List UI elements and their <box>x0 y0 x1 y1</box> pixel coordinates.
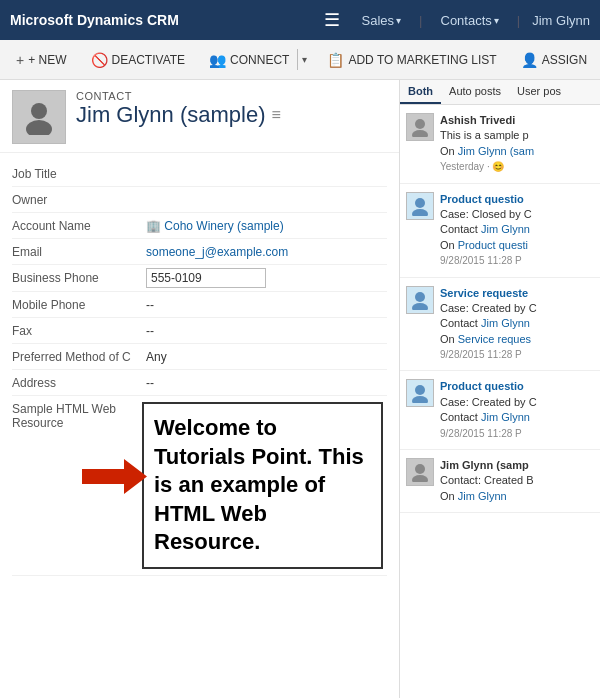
red-arrow-icon <box>82 459 147 494</box>
svg-point-3 <box>415 119 425 129</box>
contact-name: Jim Glynn (sample) ≡ <box>76 102 387 128</box>
activity-text-4: Product questio Case: Created by C Conta… <box>440 379 537 441</box>
field-label-accountname: Account Name <box>12 216 142 236</box>
menu-icon[interactable]: ☰ <box>318 9 346 31</box>
connect-button[interactable]: 👥 CONNECT <box>201 47 297 73</box>
businessphone-input[interactable] <box>146 268 266 288</box>
top-nav: Microsoft Dynamics CRM ☰ Sales ▾ | Conta… <box>0 0 600 40</box>
svg-point-7 <box>415 292 425 302</box>
field-value-owner <box>142 197 387 203</box>
activity-case-icon-2 <box>410 196 430 216</box>
field-value-businessphone <box>142 265 387 291</box>
nav-contacts-label: Contacts <box>441 13 492 28</box>
field-value-fax: -- <box>142 321 387 341</box>
field-row-accountname: Account Name 🏢 Coho Winery (sample) <box>12 213 387 239</box>
field-label-businessphone: Business Phone <box>12 268 142 288</box>
field-label-owner: Owner <box>12 190 142 210</box>
activity-product-icon-4 <box>410 383 430 403</box>
activity-item-5: Jim Glynn (samp Contact: Created B On Ji… <box>400 450 600 513</box>
activity-person-icon-5 <box>410 462 430 482</box>
field-value-jobtitle <box>142 171 387 177</box>
html-resource-text: Welcome to Tutorials Point. This is an e… <box>154 414 371 557</box>
field-label-mobilephone: Mobile Phone <box>12 295 142 315</box>
field-label-address: Address <box>12 373 142 393</box>
avatar-silhouette <box>21 99 57 135</box>
activity-service-icon-3 <box>410 290 430 310</box>
svg-point-0 <box>31 103 47 119</box>
marketing-icon: 📋 <box>327 52 344 68</box>
contact-type-label: CONTACT <box>76 90 387 102</box>
field-row-mobilephone: Mobile Phone -- <box>12 292 387 318</box>
deactivate-label: DEACTIVATE <box>112 53 186 67</box>
field-row-owner: Owner <box>12 187 387 213</box>
content-area: CONTACT Jim Glynn (sample) ≡ Job Title O… <box>0 80 600 698</box>
field-label-prefmethod: Preferred Method of C <box>12 347 142 367</box>
field-label-jobtitle: Job Title <box>12 164 142 184</box>
activity-item-2: Product questio Case: Closed by C Contac… <box>400 184 600 278</box>
add-to-marketing-label: ADD TO MARKETING LIST <box>348 53 496 67</box>
field-value-mobilephone: -- <box>142 295 387 315</box>
activity-text-3: Service requeste Case: Created by C Cont… <box>440 286 537 363</box>
activity-avatar-2 <box>406 192 434 220</box>
activity-avatar-1 <box>406 113 434 141</box>
svg-point-1 <box>26 120 52 135</box>
activity-avatar-3 <box>406 286 434 314</box>
field-value-accountname[interactable]: 🏢 Coho Winery (sample) <box>142 216 387 236</box>
connect-dropdown[interactable]: 👥 CONNECT ▾ <box>201 47 311 73</box>
contact-info: CONTACT Jim Glynn (sample) ≡ <box>76 90 387 128</box>
nav-sales[interactable]: Sales ▾ <box>356 13 408 28</box>
deactivate-icon: 🚫 <box>91 52 108 68</box>
contact-name-text: Jim Glynn (sample) <box>76 102 265 128</box>
activity-avatar-4 <box>406 379 434 407</box>
svg-point-12 <box>412 475 428 482</box>
add-to-marketing-button[interactable]: 📋 ADD TO MARKETING LIST <box>319 47 504 73</box>
field-row-jobtitle: Job Title <box>12 161 387 187</box>
svg-marker-2 <box>82 459 147 494</box>
field-label-fax: Fax <box>12 321 142 341</box>
svg-point-8 <box>412 303 428 310</box>
assign-button[interactable]: 👤 ASSIGN <box>513 47 595 73</box>
tab-user-posts[interactable]: User pos <box>509 80 569 104</box>
nav-user: Jim Glynn <box>532 13 590 28</box>
brand-label: Microsoft Dynamics CRM <box>10 12 308 28</box>
field-row-fax: Fax -- <box>12 318 387 344</box>
activity-text-5: Jim Glynn (samp Contact: Created B On Ji… <box>440 458 534 504</box>
fields-section: Job Title Owner Account Name 🏢 Coho Wine… <box>0 153 399 584</box>
html-resource-row: Sample HTML Web Resource Welcome to Tuto… <box>12 396 387 576</box>
connect-arrow-icon[interactable]: ▾ <box>297 49 311 70</box>
activity-tabs: Both Auto posts User pos <box>400 80 600 105</box>
svg-point-5 <box>415 198 425 208</box>
field-value-address: -- <box>142 373 387 393</box>
new-button[interactable]: + + NEW <box>8 47 75 73</box>
deactivate-button[interactable]: 🚫 DEACTIVATE <box>83 47 194 73</box>
assign-label: ASSIGN <box>542 53 587 67</box>
activity-text-2: Product questio Case: Closed by C Contac… <box>440 192 532 269</box>
new-icon: + <box>16 52 24 68</box>
activity-feed: Ashish Trivedi This is a sample p On Jim… <box>400 105 600 691</box>
sales-chevron-icon: ▾ <box>396 15 401 26</box>
contact-header: CONTACT Jim Glynn (sample) ≡ <box>0 80 399 153</box>
tab-auto-posts[interactable]: Auto posts <box>441 80 509 104</box>
toolbar: + + NEW 🚫 DEACTIVATE 👥 CONNECT ▾ 📋 ADD T… <box>0 40 600 80</box>
activity-item: Ashish Trivedi This is a sample p On Jim… <box>400 105 600 184</box>
svg-point-10 <box>412 396 428 403</box>
svg-point-4 <box>412 130 428 137</box>
nav-sales-label: Sales <box>362 13 395 28</box>
activity-person-icon-1 <box>410 117 430 137</box>
field-row-address: Address -- <box>12 370 387 396</box>
nav-divider-1: | <box>417 13 424 28</box>
main-panel: CONTACT Jim Glynn (sample) ≡ Job Title O… <box>0 80 400 698</box>
nav-contacts[interactable]: Contacts ▾ <box>435 13 505 28</box>
svg-point-11 <box>415 464 425 474</box>
field-label-email: Email <box>12 242 142 262</box>
contacts-chevron-icon: ▾ <box>494 15 499 26</box>
contact-avatar <box>12 90 66 144</box>
connect-icon: 👥 <box>209 52 226 68</box>
svg-point-6 <box>412 209 428 216</box>
tab-both[interactable]: Both <box>400 80 441 104</box>
right-panel: Both Auto posts User pos Ashish Trivedi … <box>400 80 600 698</box>
field-value-email[interactable]: someone_j@example.com <box>142 242 387 262</box>
contact-menu-icon[interactable]: ≡ <box>271 106 280 124</box>
field-value-prefmethod: Any <box>142 347 387 367</box>
activity-item-3: Service requeste Case: Created by C Cont… <box>400 278 600 372</box>
